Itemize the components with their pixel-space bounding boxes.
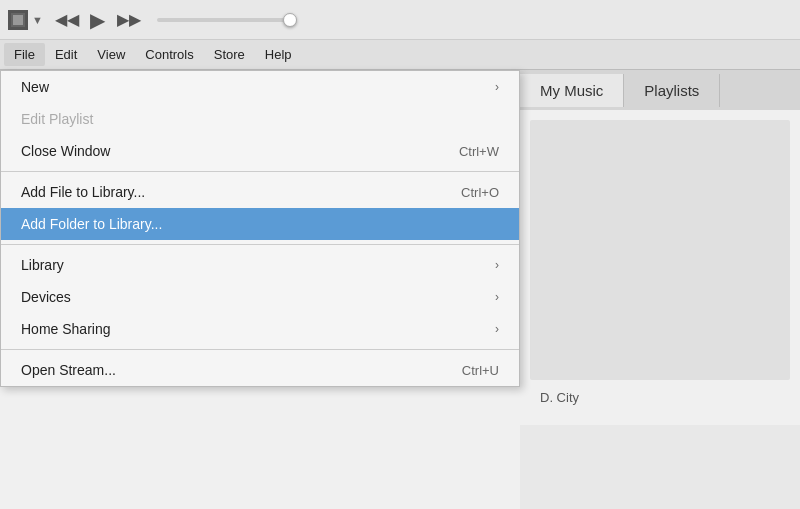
main-area: New › Edit Playlist Close Window Ctrl+W … [0,70,800,509]
menu-controls[interactable]: Controls [135,43,203,66]
menu-devices[interactable]: Devices › [1,281,519,313]
separator-3 [1,349,519,350]
edit-playlist-label: Edit Playlist [21,111,93,127]
content-area: D. City [520,110,800,425]
menu-view[interactable]: View [87,43,135,66]
home-sharing-arrow-icon: › [495,322,499,336]
separator-1 [1,171,519,172]
dropdown-arrow[interactable]: ▼ [32,14,43,26]
right-panel: My Music Playlists D. City [520,70,800,509]
menu-edit[interactable]: Edit [45,43,87,66]
menu-add-folder[interactable]: Add Folder to Library... [1,208,519,240]
city-label: D. City [530,380,790,415]
home-sharing-label: Home Sharing [21,321,111,337]
open-stream-label: Open Stream... [21,362,116,378]
menu-library[interactable]: Library › [1,249,519,281]
title-bar: ▼ ◀◀ ▶ ▶▶ [0,0,800,40]
content-block [530,120,790,380]
menu-edit-playlist: Edit Playlist [1,103,519,135]
add-file-shortcut: Ctrl+O [461,185,499,200]
volume-slider[interactable] [157,18,297,22]
devices-arrow-icon: › [495,290,499,304]
close-window-label: Close Window [21,143,110,159]
tab-playlists[interactable]: Playlists [624,74,720,107]
library-arrow-icon: › [495,258,499,272]
menu-open-stream[interactable]: Open Stream... Ctrl+U [1,354,519,386]
menu-close-window[interactable]: Close Window Ctrl+W [1,135,519,167]
file-dropdown: New › Edit Playlist Close Window Ctrl+W … [0,70,520,387]
menu-home-sharing[interactable]: Home Sharing › [1,313,519,345]
next-button[interactable]: ▶▶ [117,8,141,32]
separator-2 [1,244,519,245]
menu-bar: File Edit View Controls Store Help [0,40,800,70]
add-folder-label: Add Folder to Library... [21,216,162,232]
add-file-label: Add File to Library... [21,184,145,200]
play-button[interactable]: ▶ [83,5,113,35]
menu-help[interactable]: Help [255,43,302,66]
devices-label: Devices [21,289,71,305]
library-label: Library [21,257,64,273]
tab-my-music[interactable]: My Music [520,74,624,107]
menu-file[interactable]: File [4,43,45,66]
svg-rect-1 [13,15,23,25]
tabs-bar: My Music Playlists [520,70,800,110]
menu-store[interactable]: Store [204,43,255,66]
menu-new-label: New [21,79,49,95]
prev-button[interactable]: ◀◀ [55,8,79,32]
volume-thumb[interactable] [283,13,297,27]
menu-new[interactable]: New › [1,71,519,103]
app-icon [8,10,28,30]
playback-controls: ◀◀ ▶ ▶▶ [55,5,141,35]
open-stream-shortcut: Ctrl+U [462,363,499,378]
close-window-shortcut: Ctrl+W [459,144,499,159]
new-arrow-icon: › [495,80,499,94]
menu-add-file[interactable]: Add File to Library... Ctrl+O [1,176,519,208]
